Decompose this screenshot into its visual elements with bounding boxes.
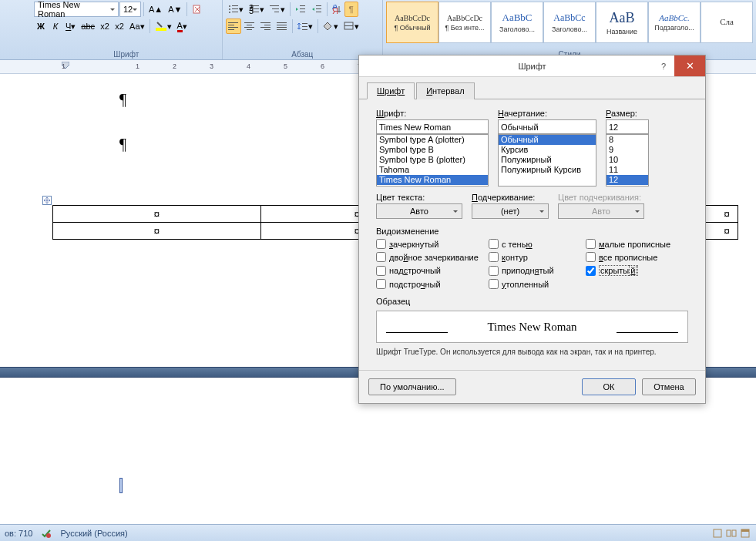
font-size-combo[interactable]: 12 xyxy=(119,2,141,17)
list-item[interactable]: Symbol type B (plotter) xyxy=(377,155,488,165)
proofing-icon[interactable] xyxy=(40,527,52,539)
size-input[interactable] xyxy=(606,119,649,134)
view-web-icon[interactable] xyxy=(739,527,751,539)
chk-smallcaps[interactable]: малые прописные xyxy=(586,239,694,249)
default-button[interactable]: По умолчанию... xyxy=(368,378,456,395)
subscript-button[interactable]: x2 xyxy=(98,18,112,34)
list-item[interactable]: Times New Roman xyxy=(377,175,488,185)
word-count[interactable]: ов: 710 xyxy=(5,529,32,538)
chk-dstrike[interactable]: двойное зачеркивание xyxy=(376,252,484,262)
paragraph-mark: ¶ xyxy=(119,91,126,109)
chk-sub[interactable]: подстрочный xyxy=(376,279,484,289)
list-item[interactable]: 11 xyxy=(606,165,648,175)
chk-hidden[interactable]: скрытый xyxy=(586,265,694,276)
font-input[interactable] xyxy=(376,119,489,134)
borders-button[interactable]: ▾ xyxy=(341,18,361,34)
font-color-combo[interactable]: Авто xyxy=(376,203,462,219)
style-input[interactable] xyxy=(498,119,596,134)
svg-rect-31 xyxy=(244,27,254,28)
font-color-button[interactable]: A▾ xyxy=(175,18,190,34)
style-item[interactable]: AaBbCc.Подзаголо... xyxy=(648,2,701,43)
list-item[interactable]: Symbol type B xyxy=(377,145,488,155)
chk-strike[interactable]: зачеркнутый xyxy=(376,239,484,249)
shrink-font-button[interactable]: A▼ xyxy=(166,2,184,17)
close-button[interactable]: ✕ xyxy=(674,55,705,76)
underline-combo[interactable]: (нет) xyxy=(472,203,549,219)
number-list-button[interactable]: 123▾ xyxy=(247,2,267,17)
list-item[interactable]: Symbol type A (plotter) xyxy=(377,135,488,145)
style-item[interactable]: AaBbCЗаголово... xyxy=(491,2,543,43)
list-item[interactable]: 8 xyxy=(606,135,648,145)
multilevel-list-button[interactable]: ▾ xyxy=(267,2,287,17)
svg-rect-20 xyxy=(316,5,321,6)
svg-rect-27 xyxy=(228,27,238,28)
align-right-button[interactable] xyxy=(258,18,274,34)
underline-button[interactable]: Ч ▾ xyxy=(63,18,78,34)
shading-button[interactable]: ▾ xyxy=(321,18,341,34)
ok-button[interactable]: ОК xyxy=(582,378,636,395)
chk-engrave[interactable]: утопленный xyxy=(489,279,581,289)
bullet-list-button[interactable]: ▾ xyxy=(226,2,246,17)
list-item[interactable]: 9 xyxy=(606,145,648,155)
dialog-title-bar[interactable]: Шрифт ? ✕ xyxy=(359,55,705,77)
line-spacing-button[interactable]: ▾ xyxy=(295,18,315,34)
style-item[interactable]: AaBbCcЗаголово... xyxy=(543,2,596,43)
superscript-button[interactable]: x2 xyxy=(113,18,126,34)
style-listbox[interactable]: ОбычныйКурсивПолужирныйПолужирный Курсив xyxy=(498,134,596,186)
size-listbox[interactable]: 89101112 xyxy=(606,134,649,186)
style-item[interactable]: AaBbCcDc¶ Без инте... xyxy=(438,2,491,43)
list-item[interactable]: 10 xyxy=(606,155,648,165)
align-center-button[interactable] xyxy=(242,18,257,34)
svg-rect-11 xyxy=(253,8,259,9)
effects-label: Видоизменение xyxy=(376,227,688,236)
style-item[interactable]: AaBНазвание xyxy=(596,2,648,43)
list-item[interactable]: Полужирный Курсив xyxy=(499,165,596,175)
list-item[interactable]: 12 xyxy=(606,175,648,185)
styles-gallery[interactable]: AaBbCcDc¶ ОбычныйAaBbCcDc¶ Без инте...Aa… xyxy=(386,2,753,43)
svg-rect-25 xyxy=(228,22,238,23)
grow-font-button[interactable]: A▲ xyxy=(146,2,165,17)
svg-rect-34 xyxy=(264,25,270,25)
align-justify-button[interactable] xyxy=(274,18,290,34)
show-marks-button[interactable]: ¶ xyxy=(344,2,358,17)
view-read-icon[interactable] xyxy=(725,527,738,539)
svg-rect-1 xyxy=(156,28,166,31)
cancel-button[interactable]: Отмена xyxy=(642,378,696,395)
highlight-button[interactable]: ▾ xyxy=(153,18,174,34)
svg-rect-41 xyxy=(302,23,307,24)
change-case-button[interactable]: Aa▾ xyxy=(127,18,146,34)
table-move-handle-icon[interactable] xyxy=(42,196,52,205)
list-item[interactable]: Tahoma xyxy=(377,165,488,175)
decrease-indent-button[interactable] xyxy=(293,2,308,17)
svg-rect-47 xyxy=(714,529,721,537)
sort-button[interactable]: AЯ xyxy=(330,2,344,17)
view-print-icon[interactable] xyxy=(711,527,724,539)
language-status[interactable]: Русский (Россия) xyxy=(60,529,127,538)
style-item[interactable]: Сла xyxy=(701,2,753,43)
list-item[interactable]: Обычный xyxy=(499,135,596,145)
tab-spacing[interactable]: Интервал xyxy=(416,82,474,99)
list-item[interactable]: Курсив xyxy=(499,145,596,155)
increase-indent-button[interactable] xyxy=(309,2,324,17)
chk-emboss[interactable]: приподнятый xyxy=(489,265,581,276)
bold-button[interactable]: Ж xyxy=(34,18,48,34)
tab-font[interactable]: Шрифт xyxy=(367,82,415,99)
svg-rect-26 xyxy=(228,25,234,25)
list-item[interactable]: Полужирный xyxy=(499,155,596,165)
font-name-combo[interactable]: Times New Roman xyxy=(34,2,119,17)
underline-color-combo: Авто xyxy=(558,203,644,219)
help-button[interactable]: ? xyxy=(653,55,674,76)
chk-allcaps[interactable]: все прописные xyxy=(586,252,694,262)
svg-rect-19 xyxy=(300,12,305,12)
italic-button[interactable]: К xyxy=(49,18,62,34)
align-left-button[interactable] xyxy=(226,18,241,34)
font-listbox[interactable]: Symbol type A (plotter)Symbol type BSymb… xyxy=(376,134,489,186)
style-item[interactable]: AaBbCcDc¶ Обычный xyxy=(386,2,438,43)
svg-rect-21 xyxy=(316,8,321,9)
chk-super[interactable]: надстрочный xyxy=(376,265,484,276)
chk-outline[interactable]: контур xyxy=(489,252,581,262)
sample-preview: Times New Roman xyxy=(376,311,688,343)
chk-shadow[interactable]: с тенью xyxy=(489,239,581,249)
clear-formatting-button[interactable] xyxy=(190,2,205,17)
strike-button[interactable]: abc xyxy=(79,18,97,34)
